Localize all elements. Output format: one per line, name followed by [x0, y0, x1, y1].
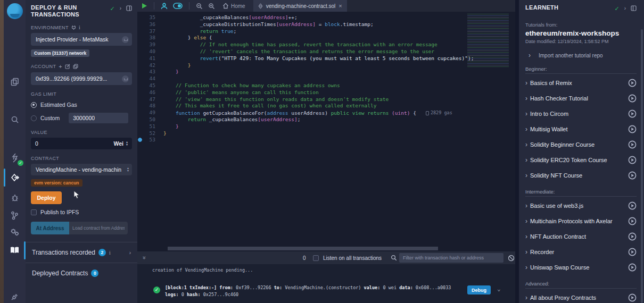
remixai-assistant-icon[interactable]: [161, 3, 168, 10]
code-line[interactable]: 53: [137, 137, 515, 144]
code-line[interactable]: 40 // 'revert' cancels the transaction a…: [137, 48, 515, 55]
add-account-icon[interactable]: +: [59, 63, 62, 70]
code-line[interactable]: 49 function getCupcakeBalanceFor(address…: [137, 110, 515, 116]
publish-ipfs-option[interactable]: Publish to IPFS: [31, 209, 132, 215]
gutter[interactable]: [137, 69, 143, 75]
tutorial-row[interactable]: ›Multisig Wallet: [525, 122, 637, 136]
play-tutorial-icon[interactable]: [628, 248, 637, 256]
gutter[interactable]: [137, 55, 143, 62]
tutorial-row[interactable]: ›Multichain Protocols with Axelar: [525, 214, 637, 228]
tutorial-row[interactable]: ›Basic use of web3.js: [525, 199, 637, 212]
learneth-collapse-icon[interactable]: ›: [624, 5, 626, 11]
code-line[interactable]: 51 }: [137, 123, 515, 130]
play-tutorial-icon[interactable]: [628, 201, 637, 210]
play-tutorial-icon[interactable]: [628, 140, 637, 149]
code-line[interactable]: 36 _cupcakeDistributionTimes[userAddress…: [137, 21, 515, 28]
gutter[interactable]: [137, 130, 143, 137]
run-script-icon[interactable]: [142, 3, 147, 9]
tutorial-row[interactable]: ›Intro to Circom: [525, 107, 637, 120]
code-line[interactable]: 48 // This makes it free to call (no gas…: [137, 103, 515, 110]
tx-expand-icon[interactable]: ⌄: [497, 285, 501, 292]
play-tutorial-icon[interactable]: [628, 110, 637, 118]
code-line[interactable]: 38 } else {: [137, 35, 515, 41]
tutorial-row[interactable]: ›Solidity Beginner Course: [525, 138, 637, 151]
unit-stepper-icon[interactable]: ▴▾: [126, 141, 128, 146]
editor-horizontal-scrollbar[interactable]: [168, 247, 438, 250]
code-line[interactable]: 47 // 'view' means this function only re…: [137, 96, 515, 103]
code-line[interactable]: 46 // 'public' means anyone can call thi…: [137, 89, 515, 96]
code-line[interactable]: 37 return true;: [137, 28, 515, 35]
code-line[interactable]: 43 }: [137, 69, 515, 75]
gutter[interactable]: [137, 103, 143, 110]
gutter[interactable]: [137, 82, 143, 89]
play-tutorial-icon[interactable]: [628, 94, 637, 103]
zoom-in-icon[interactable]: [208, 3, 215, 10]
deploy-and-run-icon[interactable]: [4, 171, 26, 184]
tutorial-row[interactable]: ›All about Proxy Contracts: [525, 291, 637, 303]
panel-pin-icon[interactable]: [126, 5, 132, 11]
code-line[interactable]: 41 revert("HTTP 429: Too Many Cupcakes (…: [137, 55, 515, 62]
play-tutorial-icon[interactable]: [628, 79, 637, 87]
gutter[interactable]: [137, 14, 143, 21]
custom-gas-option[interactable]: Custom: [31, 113, 132, 123]
gutter[interactable]: [137, 96, 143, 103]
listen-transactions-checkbox[interactable]: [313, 255, 319, 261]
tab-vending-machine-contract[interactable]: vending-machine-contract.sol ×: [253, 0, 347, 12]
contract-select[interactable]: VendingMachine - vending-machin ▴▾: [31, 164, 132, 175]
minimap[interactable]: [467, 14, 509, 67]
custom-gas-radio[interactable]: [31, 115, 37, 121]
deploy-button[interactable]: Deploy: [31, 191, 62, 204]
tutorial-row[interactable]: ›Solidity NFT Course: [525, 169, 637, 182]
transaction-filter-input[interactable]: [399, 253, 503, 263]
environment-select[interactable]: Injected Provider - MetaMask: [31, 33, 132, 46]
gutter[interactable]: [137, 35, 143, 41]
gutter[interactable]: [137, 123, 143, 130]
edit-account-icon[interactable]: [65, 64, 70, 69]
learneth-pin-icon[interactable]: [631, 5, 637, 11]
value-unit-select[interactable]: Wei ▴▾: [114, 140, 128, 147]
play-tutorial-icon[interactable]: [628, 156, 637, 164]
expand-transactions-icon[interactable]: ›: [129, 250, 131, 256]
clear-console-icon[interactable]: [508, 255, 515, 262]
panel-collapse-icon[interactable]: ›: [120, 5, 121, 11]
plug-icon[interactable]: [71, 25, 76, 30]
tutorial-row[interactable]: ›Recorder: [525, 245, 637, 258]
home-tab[interactable]: Home: [222, 3, 245, 9]
terminal-log[interactable]: creation of VendingMachine pending... ✓ …: [137, 264, 515, 303]
play-tutorial-icon[interactable]: [628, 217, 637, 225]
gutter[interactable]: [137, 21, 143, 28]
play-tutorial-icon[interactable]: [628, 171, 637, 180]
file-explorer-icon[interactable]: [4, 77, 26, 87]
code-line[interactable]: 44: [137, 75, 515, 82]
tutorial-row[interactable]: ›Hash Checker Tutorial: [525, 91, 637, 105]
tutorial-row[interactable]: ›Uniswap Swap Course: [525, 260, 637, 274]
account-dropdown-icon[interactable]: [122, 75, 129, 82]
play-tutorial-icon[interactable]: [628, 263, 637, 272]
remix-logo-icon[interactable]: [4, 3, 26, 20]
publish-ipfs-checkbox[interactable]: [31, 209, 37, 215]
plugin-connect-icon[interactable]: [4, 291, 26, 302]
code-line[interactable]: 50 return _cupcakeBalances[userAddress];: [137, 116, 515, 123]
gutter[interactable]: [137, 75, 143, 82]
code-line[interactable]: 42 }: [137, 62, 515, 69]
value-input[interactable]: [35, 140, 94, 147]
expand-terminal-icon[interactable]: «: [141, 256, 147, 259]
gutter[interactable]: [137, 110, 143, 116]
gutter[interactable]: [137, 28, 143, 35]
estimated-gas-option[interactable]: Estimated Gas: [31, 102, 132, 108]
code-editor[interactable]: 35 _cupcakeBalances[userAddress]++;36 _c…: [137, 12, 515, 258]
settings-icon[interactable]: [4, 226, 26, 238]
debugger-icon[interactable]: [4, 192, 26, 203]
contract-dropdown-icon[interactable]: ▴▾: [127, 167, 129, 172]
play-tutorial-icon[interactable]: [628, 125, 637, 133]
gutter[interactable]: [137, 62, 143, 69]
code-line[interactable]: 52}: [137, 130, 515, 137]
code-line[interactable]: 39 // If not enough time has passed, rev…: [137, 41, 515, 48]
git-icon[interactable]: [4, 209, 26, 221]
tutorial-row[interactable]: ›NFT Auction Contract: [525, 230, 637, 243]
at-address-input[interactable]: [69, 222, 128, 234]
copy-account-icon[interactable]: [73, 64, 78, 69]
zoom-out-icon[interactable]: [196, 3, 203, 10]
learneth-scrollbar[interactable]: [641, 29, 643, 303]
info-icon[interactable]: i: [79, 24, 80, 30]
